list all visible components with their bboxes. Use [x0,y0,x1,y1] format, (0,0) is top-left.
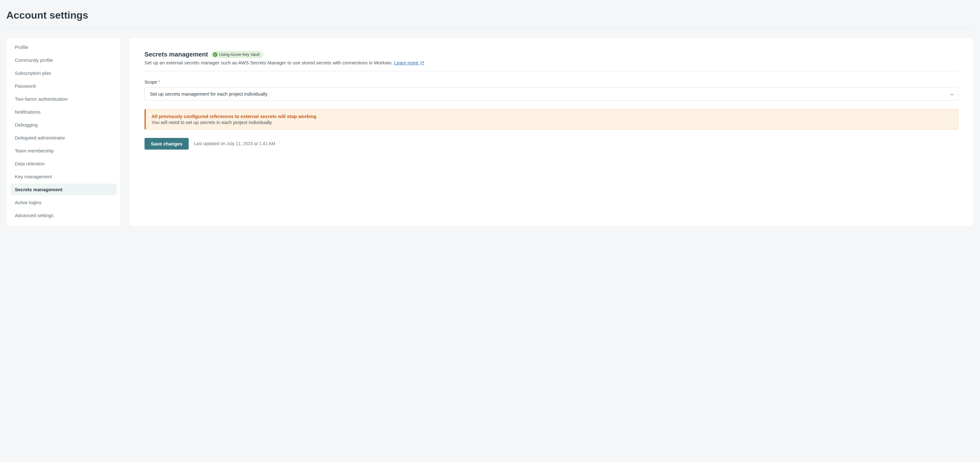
sidebar-item-profile[interactable]: Profile [10,41,117,53]
status-badge: Using Azure Key Vault [211,51,263,58]
last-updated-text: Last updated on July 11, 2023 at 1:41 AM [194,141,275,146]
scope-label-text: Scope [145,80,157,84]
external-link-icon [420,61,424,66]
check-icon [213,53,217,57]
page-divider [6,27,974,28]
scope-select-value: Set up secrets management for each proje… [150,91,267,97]
sidebar-item-password[interactable]: Password [10,80,117,92]
sidebar-item-two-factor-authentication[interactable]: Two-factor authentication [10,93,117,105]
section-title: Secrets management [145,51,208,58]
warning-title: All previously configured references to … [151,114,952,119]
sidebar-item-data-retention[interactable]: Data retention [10,158,117,169]
sidebar-item-delegated-administrator[interactable]: Delegated administrator [10,132,117,143]
content-card: Secrets management Using Azure Key Vault… [129,37,974,226]
sidebar-item-debugging[interactable]: Debugging [10,119,117,131]
sidebar-item-active-logins[interactable]: Active logins [10,197,117,208]
settings-sidebar: Profile Community profile Subscription p… [6,37,121,226]
scope-label: Scope * [145,80,958,84]
footer-row: Save changes Last updated on July 11, 20… [145,138,958,150]
sidebar-item-subscription-plan[interactable]: Subscription plan [10,67,117,79]
sidebar-item-key-management[interactable]: Key management [10,171,117,182]
scope-select[interactable]: Set up secrets management for each proje… [145,87,958,101]
section-description: Set up an external secrets manager such … [145,60,958,66]
sidebar-item-community-profile[interactable]: Community profile [10,54,117,66]
required-mark: * [158,80,160,84]
section-header: Secrets management Using Azure Key Vault [145,51,958,58]
warning-box: All previously configured references to … [145,109,958,130]
learn-more-link[interactable]: Learn more [394,60,424,65]
learn-more-label: Learn more [394,60,418,65]
page-title: Account settings [6,6,974,27]
warning-body: You will need to set up secrets in each … [151,119,952,125]
sidebar-item-team-membership[interactable]: Team membership [10,145,117,156]
sidebar-item-secrets-management[interactable]: Secrets management [10,184,117,195]
sidebar-item-notifications[interactable]: Notifications [10,106,117,118]
sidebar-item-advanced-settings[interactable]: Advanced settings [10,210,117,221]
caret-down-icon [950,91,953,97]
description-text: Set up an external secrets manager such … [145,60,394,65]
save-button[interactable]: Save changes [145,138,189,150]
badge-label: Using Azure Key Vault [219,52,259,57]
